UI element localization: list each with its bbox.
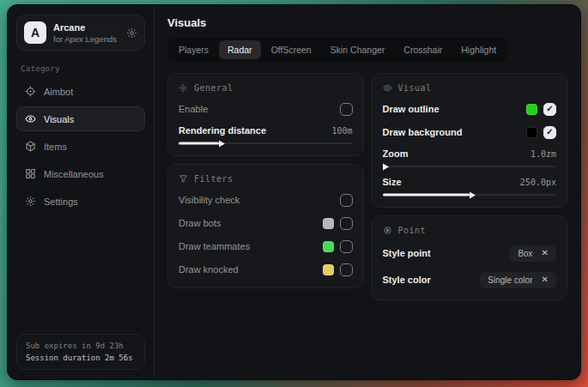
bots-color-swatch[interactable] [323,218,334,229]
setting-label: Draw outline [383,104,439,114]
setting-row-enable: Enable [179,102,353,116]
tab-bar: Players Radar OffScreen Skin Changer Cro… [167,38,507,62]
tab-offscreen[interactable]: OffScreen [263,40,320,59]
setting-label: Visibility check [179,195,239,205]
setting-label: Size [383,177,402,187]
setting-label: Style color [383,275,431,285]
sidebar-item-settings[interactable]: Settings [16,189,145,214]
tab-players[interactable]: Players [170,40,217,59]
setting-row-draw-knocked: Draw knocked [179,263,353,276]
setting-label: Draw teammates [179,241,250,251]
main-content: Visuals Players Radar OffScreen Skin Cha… [155,5,580,379]
enable-checkbox[interactable] [340,103,353,116]
setting-label: Style point [383,248,431,258]
setting-row-draw-bots: Draw bots [179,216,353,230]
point-panel: Point Style point Box ✕ Style color [372,215,568,300]
app-logo: A [24,21,46,44]
size-slider[interactable] [383,194,557,196]
point-icon [383,226,392,235]
session-duration-text: Session duration 2m 56s [26,354,136,362]
setting-row-zoom: Zoom 1.0zm [383,148,557,167]
tab-crosshair[interactable]: Crosshair [395,40,451,59]
check-icon: ✓ [546,105,553,113]
tag-value: Single color [488,275,532,285]
draw-bots-checkbox[interactable] [340,217,353,230]
slider-value: 100m [331,126,352,136]
sidebar-item-label: Visuals [44,114,74,124]
sidebar-item-label: Miscellaneous [44,169,104,179]
draw-background-checkbox[interactable]: ✓ [543,126,556,139]
draw-outline-checkbox[interactable]: ✓ [543,103,556,116]
slider-thumb[interactable] [219,140,225,147]
teammates-color-swatch[interactable] [323,241,334,252]
sidebar-item-label: Settings [44,197,78,207]
sub-expires-text: Sub expires in 9d 23h [26,342,136,350]
setting-row-size: Size 250.0px [383,177,557,196]
slider-thumb[interactable] [383,163,389,170]
sun-icon [179,83,188,93]
slider-value: 250.0px [520,178,556,187]
setting-row-style-color: Style color Single color ✕ [383,271,557,288]
general-panel: General Enable Rendering distance 100m [167,73,364,156]
app-subtitle: for Apex Legends [53,34,117,44]
panel-title: Point [398,226,427,235]
panel-title: Visual [398,83,432,93]
setting-row-draw-outline: Draw outline ✓ [383,102,557,116]
filters-panel: Filters Visibility check Draw bots [167,164,364,288]
sidebar: A Arcane for Apex Legends Category [8,5,155,379]
visibility-check-checkbox[interactable] [340,194,353,207]
panel-title: General [194,83,233,93]
panel-title: Filters [194,174,233,184]
style-point-tag[interactable]: Box ✕ [510,245,556,262]
grid-icon [25,168,36,179]
eye-icon [383,83,392,93]
profile-gear-icon[interactable] [126,27,137,39]
visual-panel: Visual Draw outline ✓ Draw background [372,73,568,208]
style-color-tag[interactable]: Single color ✕ [480,272,556,288]
profile-card: A Arcane for Apex Legends [16,15,145,51]
app-name: Arcane [53,22,117,33]
funnel-icon [179,174,188,184]
draw-knocked-checkbox[interactable] [340,263,353,276]
setting-row-style-point: Style point Box ✕ [383,245,557,262]
sidebar-nav: Aimbot Visuals Items [16,79,145,214]
background-color-swatch[interactable] [526,127,537,138]
sidebar-item-label: Aimbot [44,87,73,97]
setting-label: Enable [179,104,208,114]
sidebar-item-aimbot[interactable]: Aimbot [16,79,145,104]
gear-icon [25,196,36,207]
zoom-slider[interactable] [383,166,557,167]
tab-radar[interactable]: Radar [219,40,261,59]
setting-row-rendering-distance: Rendering distance 100m [179,125,353,144]
crosshair-icon [25,86,36,97]
sidebar-item-visuals[interactable]: Visuals [16,106,145,131]
desktop-background: A Arcane for Apex Legends Category [0,0,588,387]
sidebar-item-label: Items [44,142,67,152]
app-window: A Arcane for Apex Legends Category [7,4,581,380]
panels-grid: General Enable Rendering distance 100m [167,73,567,300]
eye-icon [25,113,36,124]
outline-color-swatch[interactable] [526,104,537,115]
draw-teammates-checkbox[interactable] [340,240,353,253]
knocked-color-swatch[interactable] [323,264,334,275]
setting-label: Draw background [383,127,463,137]
subscription-info-card: Sub expires in 9d 23h Session duration 2… [16,334,145,370]
rendering-distance-slider[interactable] [179,142,353,144]
tab-highlight[interactable]: Highlight [452,40,505,59]
category-label: Category [21,63,141,73]
slider-thumb[interactable] [470,191,476,198]
setting-row-draw-teammates: Draw teammates [179,239,353,253]
sidebar-item-items[interactable]: Items [16,134,145,159]
setting-row-draw-background: Draw background ✓ [383,125,557,139]
remove-tag-icon[interactable]: ✕ [542,249,549,257]
setting-label: Rendering distance [179,125,266,136]
sidebar-item-miscellaneous[interactable]: Miscellaneous [16,161,145,186]
tag-value: Box [518,249,532,258]
setting-label: Draw bots [179,218,221,228]
cube-icon [25,141,36,152]
remove-tag-icon[interactable]: ✕ [542,275,549,284]
check-icon: ✓ [546,128,553,136]
slider-value: 1.0zm [530,149,556,159]
setting-label: Draw knocked [179,264,239,275]
tab-skin-changer[interactable]: Skin Changer [322,40,394,59]
